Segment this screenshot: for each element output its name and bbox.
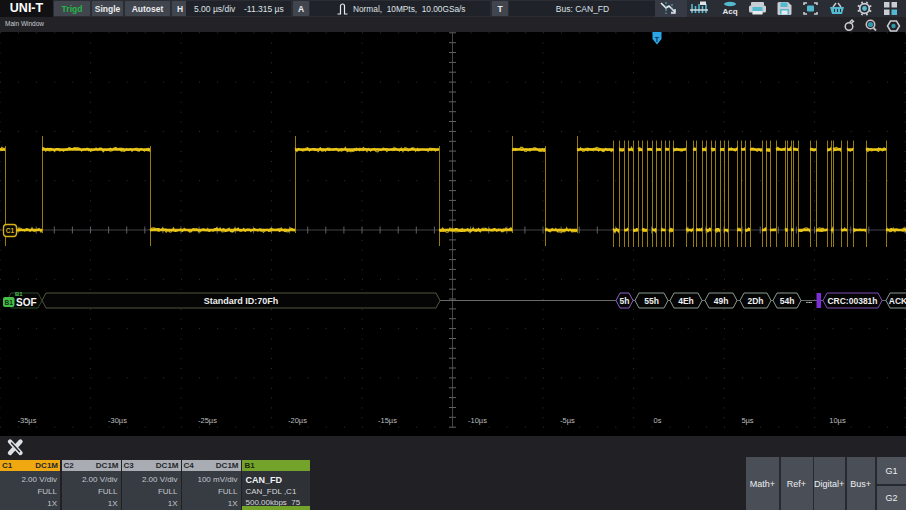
svg-text:2Dh: 2Dh [747, 296, 763, 306]
svg-text:CRC:00381h: CRC:00381h [827, 296, 877, 306]
svg-text:5µs: 5µs [741, 416, 753, 425]
svg-text:SOF: SOF [16, 297, 37, 308]
svg-text:C1: C1 [6, 227, 15, 234]
svg-text:Standard ID:70Fh: Standard ID:70Fh [204, 296, 279, 306]
svg-text:...: ... [806, 296, 813, 305]
svg-text:4Eh: 4Eh [678, 296, 694, 306]
svg-text:T: T [655, 36, 660, 43]
svg-text:54h: 54h [780, 296, 795, 306]
svg-text:-5µs: -5µs [560, 416, 575, 425]
svg-text:B1: B1 [5, 299, 14, 306]
svg-text:-30µs: -30µs [108, 416, 127, 425]
svg-text:-20µs: -20µs [288, 416, 307, 425]
svg-text:0s: 0s [654, 416, 662, 425]
svg-text:5h: 5h [620, 296, 630, 306]
svg-text:-10µs: -10µs [468, 416, 487, 425]
svg-text:Acq: Acq [722, 7, 737, 16]
svg-text:49h: 49h [714, 296, 729, 306]
svg-text:-25µs: -25µs [198, 416, 217, 425]
svg-text:-35µs: -35µs [18, 416, 37, 425]
svg-text:-15µs: -15µs [378, 416, 397, 425]
svg-text:55h: 55h [644, 296, 659, 306]
svg-text:10µs: 10µs [829, 416, 846, 425]
svg-text:ACK: ACK [889, 296, 906, 306]
